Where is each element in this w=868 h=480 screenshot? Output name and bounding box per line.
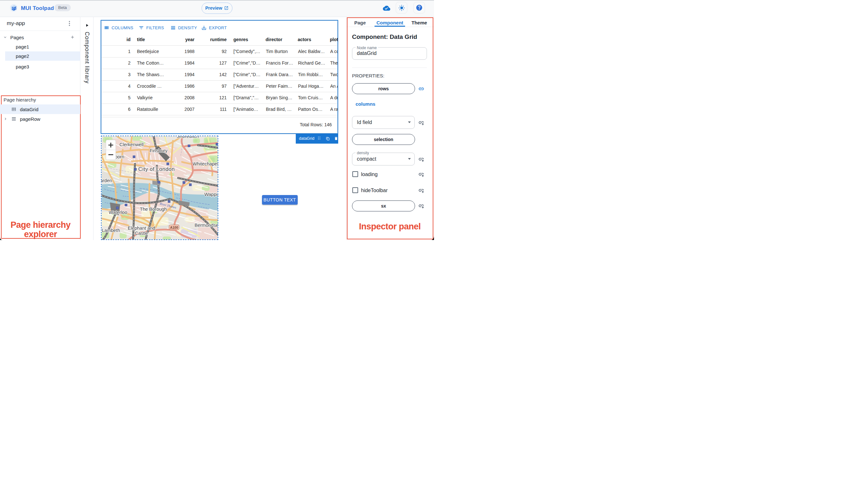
svg-text:Shoreditch: Shoreditch: [177, 136, 199, 139]
svg-text:The Borough: The Borough: [140, 206, 167, 212]
svg-text:Bermondsey: Bermondsey: [194, 223, 218, 228]
svg-text:A100: A100: [170, 225, 178, 229]
svg-text:Waterloo: Waterloo: [108, 210, 127, 215]
svg-text:Castle: Castle: [135, 231, 148, 236]
svg-text:Finsbury: Finsbury: [150, 148, 167, 153]
svg-text:born: born: [115, 154, 124, 159]
svg-text:Clerkenwell: Clerkenwell: [119, 142, 144, 147]
svg-text:Lambeth: Lambeth: [101, 228, 120, 233]
svg-text:Wapping: Wapping: [204, 192, 218, 197]
svg-text:City of London: City of London: [138, 166, 175, 172]
svg-text:arden: arden: [101, 178, 112, 183]
svg-text:Elephant and: Elephant and: [128, 226, 155, 231]
svg-text:Whitechapel: Whitechapel: [192, 161, 218, 166]
